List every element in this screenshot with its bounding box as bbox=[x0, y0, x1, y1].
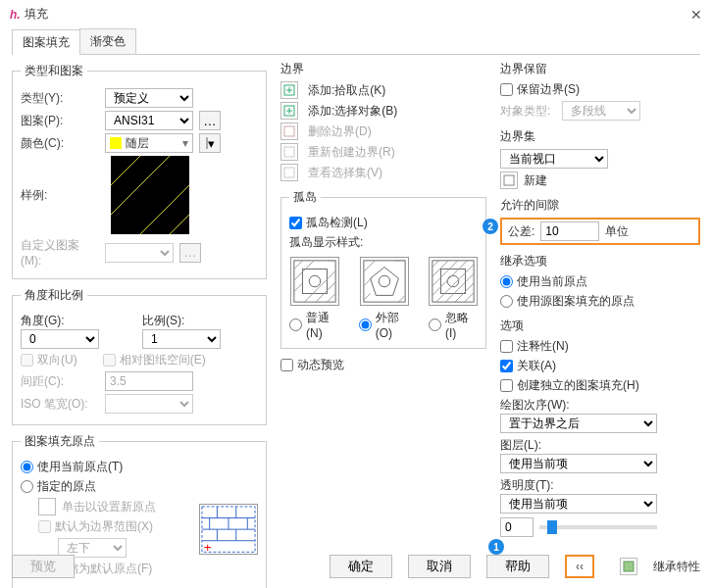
dynamic-preview-check[interactable]: 动态预览 bbox=[280, 357, 344, 373]
boundary-title: 边界 bbox=[280, 61, 486, 77]
help-button[interactable]: 帮助 bbox=[486, 555, 549, 578]
inherit-current-radio[interactable]: 使用当前原点 bbox=[500, 273, 587, 290]
svg-rect-45 bbox=[432, 261, 474, 302]
annotative-check[interactable]: 注释性(N) bbox=[500, 338, 569, 355]
svg-rect-24 bbox=[284, 126, 294, 136]
remove-label: 删除边界(D) bbox=[308, 123, 372, 140]
svg-line-0 bbox=[111, 156, 130, 175]
angle-select[interactable]: 0 bbox=[21, 329, 99, 349]
chevron-down-icon[interactable]: ▾ bbox=[182, 136, 188, 150]
origin-legend: 图案填充原点 bbox=[21, 433, 99, 450]
draworder-label: 绘图次序(W): bbox=[500, 397, 700, 414]
svg-rect-46 bbox=[441, 270, 466, 294]
pattern-select[interactable]: ANSI31 bbox=[105, 111, 193, 130]
assoc-check[interactable]: 关联(A) bbox=[500, 358, 556, 374]
inherit-title: 继承选项 bbox=[500, 253, 700, 270]
add-pick-icon[interactable] bbox=[280, 81, 298, 99]
svg-line-5 bbox=[179, 224, 189, 234]
collapse-button[interactable]: ‹‹ bbox=[565, 555, 594, 578]
pattern-label: 图案(P): bbox=[21, 113, 99, 129]
objtype-label: 对象类型: bbox=[500, 103, 550, 120]
transp-value-input[interactable] bbox=[500, 517, 534, 537]
island-ignore-thumb[interactable] bbox=[429, 257, 478, 306]
type-label: 类型(Y): bbox=[21, 90, 99, 107]
step-badge-2: 2 bbox=[483, 219, 498, 234]
spacing-input bbox=[105, 371, 193, 391]
custom-browse-button: … bbox=[179, 243, 201, 263]
origin-current-radio[interactable]: 使用当前原点(T) bbox=[21, 459, 123, 475]
inherit-props-label[interactable]: 继承特性 bbox=[653, 559, 700, 575]
svg-line-4 bbox=[150, 195, 189, 234]
scale-label: 比例(S): bbox=[142, 313, 258, 329]
svg-line-52 bbox=[436, 265, 474, 302]
svg-line-40 bbox=[364, 261, 376, 272]
new-bset-label[interactable]: 新建 bbox=[524, 172, 547, 189]
draworder-select[interactable]: 置于边界之后 bbox=[500, 414, 657, 433]
inherit-source-radio[interactable]: 使用源图案填充的原点 bbox=[500, 293, 635, 310]
pattern-browse-button[interactable]: … bbox=[199, 111, 221, 130]
layer-select[interactable]: 使用当前项 bbox=[500, 454, 657, 473]
island-detect-check[interactable]: 孤岛检测(L) bbox=[289, 215, 368, 231]
svg-text:+: + bbox=[204, 540, 212, 554]
add-select-icon[interactable] bbox=[280, 102, 298, 120]
inherit-props-icon[interactable] bbox=[620, 558, 637, 575]
svg-line-32 bbox=[294, 283, 303, 292]
bset-select[interactable]: 当前视口 bbox=[500, 149, 608, 169]
bgcolor-button[interactable]: ▾ bbox=[199, 133, 221, 153]
island-normal-thumb[interactable] bbox=[290, 257, 339, 306]
options-title: 选项 bbox=[500, 318, 700, 334]
island-normal-radio[interactable]: 普通(N) bbox=[289, 310, 341, 340]
iso-select bbox=[105, 394, 193, 414]
island-title: 孤岛 bbox=[289, 189, 321, 206]
independent-check[interactable]: 创建独立的图案填充(H) bbox=[500, 377, 639, 394]
retain-check[interactable]: 保留边界(S) bbox=[500, 81, 580, 98]
origin-thumb: + bbox=[199, 504, 258, 555]
color-value: 随层 bbox=[126, 135, 149, 152]
svg-line-42 bbox=[364, 293, 371, 300]
svg-line-44 bbox=[399, 295, 406, 302]
angle-legend: 角度和比例 bbox=[21, 287, 87, 304]
svg-line-54 bbox=[455, 283, 474, 302]
island-ignore-radio[interactable]: 忽略(I) bbox=[429, 310, 478, 340]
color-swatch-icon bbox=[110, 137, 122, 149]
color-label: 颜色(C): bbox=[21, 135, 99, 152]
close-icon[interactable]: ✕ bbox=[690, 7, 702, 23]
custom-label: 自定义图案(M): bbox=[21, 237, 99, 268]
svg-rect-25 bbox=[284, 147, 294, 157]
island-outer-radio[interactable]: 外部(O) bbox=[359, 310, 411, 340]
svg-rect-56 bbox=[504, 175, 514, 185]
tol-input[interactable] bbox=[540, 221, 599, 241]
svg-marker-38 bbox=[371, 268, 399, 296]
transp-slider[interactable] bbox=[539, 525, 657, 529]
sample-label: 样例: bbox=[21, 187, 99, 204]
tab-gradient[interactable]: 渐变色 bbox=[79, 28, 136, 54]
viewsel-label: 查看选择集(V) bbox=[308, 165, 382, 181]
transp-select[interactable]: 使用当前项 bbox=[500, 494, 657, 514]
origin-specify-radio[interactable]: 指定的原点 bbox=[21, 478, 96, 495]
double-check: 双向(U) bbox=[21, 352, 77, 368]
none-swatch-icon bbox=[206, 137, 208, 149]
tol-unit: 单位 bbox=[605, 223, 629, 240]
tab-hatch[interactable]: 图案填充 bbox=[12, 29, 80, 55]
recreate-icon bbox=[280, 143, 298, 161]
new-bset-icon[interactable] bbox=[500, 172, 518, 189]
pattern-preview[interactable] bbox=[111, 156, 189, 234]
window-title: 填充 bbox=[25, 6, 690, 23]
add-select-label[interactable]: 添加:选择对象(B) bbox=[308, 103, 397, 120]
click-set-label: 单击以设置新原点 bbox=[62, 499, 156, 515]
add-pick-label[interactable]: 添加:拾取点(K) bbox=[308, 82, 385, 99]
objtype-select: 多段线 bbox=[562, 101, 640, 121]
svg-point-29 bbox=[310, 275, 322, 287]
type-select[interactable]: 预定义 bbox=[105, 88, 193, 108]
svg-line-1 bbox=[111, 156, 160, 205]
svg-rect-26 bbox=[284, 168, 294, 177]
cancel-button[interactable]: 取消 bbox=[408, 555, 471, 578]
island-outer-thumb[interactable] bbox=[360, 257, 409, 306]
bset-title: 边界集 bbox=[500, 128, 700, 145]
tol-label: 公差: bbox=[508, 223, 534, 240]
ok-button[interactable]: 确定 bbox=[330, 555, 392, 578]
svg-point-39 bbox=[380, 275, 391, 287]
svg-rect-57 bbox=[624, 562, 634, 571]
island-style-label: 孤岛显示样式: bbox=[289, 234, 478, 251]
scale-select[interactable]: 1 bbox=[142, 329, 221, 349]
